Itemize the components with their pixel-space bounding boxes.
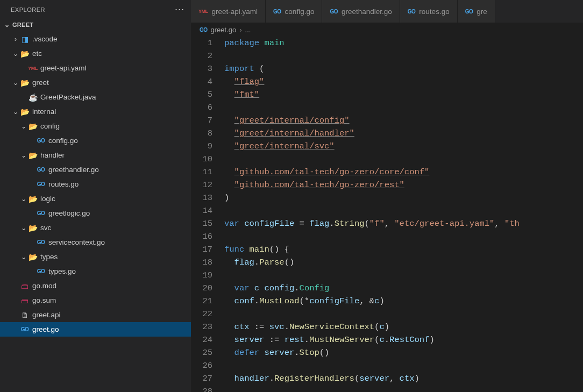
tree-item-label: GreetPacket.java — [40, 93, 96, 101]
tab-3[interactable]: GOroutes.go — [400, 0, 458, 23]
mod-icon: 🗃 — [20, 282, 30, 290]
chevron-down-icon: ⌄ — [19, 152, 28, 159]
tab-bar: YMLgreet-api.yamlGOconfig.goGOgreethandl… — [191, 0, 583, 23]
go-icon: GO — [465, 9, 473, 15]
chevron-down-icon: ⌄ — [19, 195, 28, 203]
tree-item-types-folder[interactable]: ⌄📂types — [0, 250, 191, 264]
tree-item-greetlogic-go[interactable]: GOgreetlogic.go — [0, 206, 191, 220]
go-icon: GO — [36, 268, 46, 274]
explorer-more-icon[interactable]: ··· — [175, 4, 184, 15]
chevron-down-icon: ⌄ — [19, 224, 28, 232]
go-icon: GO — [36, 210, 46, 216]
chevron-down-icon: ⌄ — [19, 123, 28, 130]
code-area: 1234567891011121314151617181920212223242… — [191, 37, 583, 392]
tree-item-greetpacket[interactable]: ☕GreetPacket.java — [0, 90, 191, 104]
line-gutter: 1234567891011121314151617181920212223242… — [191, 37, 224, 392]
chevron-down-icon: ⌄ — [11, 79, 20, 87]
file-tree: ›◨.vscode⌄📂etcYMLgreet-api.yaml⌄📂greet☕G… — [0, 31, 191, 338]
tree-item-servicecontext-go[interactable]: GOservicecontext.go — [0, 235, 191, 250]
tree-item-label: handler — [40, 151, 65, 159]
tree-item-vscode[interactable]: ›◨.vscode — [0, 32, 191, 46]
tree-item-greet-api[interactable]: 🗎greet.api — [0, 308, 191, 322]
tree-item-label: greethandler.go — [48, 166, 99, 174]
tree-item-label: types — [40, 253, 58, 261]
tree-item-handler-folder[interactable]: ⌄📂handler — [0, 148, 191, 162]
tree-item-label: greet.go — [32, 325, 59, 333]
editor-area: YMLgreet-api.yamlGOconfig.goGOgreethandl… — [191, 0, 583, 392]
tree-item-svc-folder[interactable]: ⌄📂svc — [0, 220, 191, 235]
mod-icon: 🗃 — [20, 296, 30, 305]
chevron-down-icon: ⌄ — [3, 21, 11, 28]
go-icon: GO — [36, 138, 46, 144]
tree-item-greet-api-yaml[interactable]: YMLgreet-api.yaml — [0, 61, 191, 75]
explorer-sidebar: EXPLORER ··· ⌄ GREET ›◨.vscode⌄📂etcYMLgr… — [0, 0, 191, 392]
folder-icon: 📂 — [28, 122, 38, 131]
explorer-title: EXPLORER — [11, 6, 45, 13]
chevron-down-icon: ⌄ — [11, 108, 20, 116]
tree-item-label: .vscode — [32, 35, 58, 43]
tree-item-types-go[interactable]: GOtypes.go — [0, 264, 191, 279]
tab-label: gre — [477, 8, 487, 16]
yaml-icon: YML — [28, 66, 38, 71]
go-icon: GO — [36, 181, 46, 187]
chevron-right-icon: › — [239, 26, 241, 34]
tree-item-greet-folder[interactable]: ⌄📂greet — [0, 75, 191, 90]
tab-label: greet-api.yaml — [212, 8, 258, 16]
file-icon: 🗎 — [20, 311, 30, 319]
folder-icon: 📂 — [28, 253, 38, 261]
tree-item-label: etc — [32, 49, 42, 58]
tree-item-greethandler-go[interactable]: GOgreethandler.go — [0, 162, 191, 177]
tree-item-config-folder[interactable]: ⌄📂config — [0, 119, 191, 133]
tree-item-greet-go[interactable]: GOgreet.go — [0, 322, 191, 337]
code-content[interactable]: package main import ( "flag" "fmt" "gree… — [224, 37, 583, 392]
tree-item-label: greet.api — [32, 311, 61, 319]
tree-item-go-mod[interactable]: 🗃go.mod — [0, 279, 191, 293]
folder-icon: 📂 — [28, 224, 38, 232]
chevron-down-icon: ⌄ — [11, 50, 20, 58]
tree-item-label: greetlogic.go — [48, 209, 90, 217]
chevron-down-icon: ⌄ — [19, 253, 28, 261]
tree-item-logic-folder[interactable]: ⌄📂logic — [0, 191, 191, 206]
go-icon: GO — [408, 9, 416, 15]
tree-item-label: svc — [40, 224, 51, 232]
tree-item-label: greet-api.yaml — [40, 64, 87, 72]
go-icon: GO — [200, 27, 208, 33]
folder-icon: 📂 — [28, 151, 38, 160]
tree-item-etc[interactable]: ⌄📂etc — [0, 46, 191, 61]
tree-item-label: go.mod — [32, 282, 56, 290]
tab-1[interactable]: GOconfig.go — [266, 0, 322, 23]
go-icon: GO — [330, 9, 338, 15]
tab-label: routes.go — [419, 8, 449, 16]
tree-item-config-go[interactable]: GOconfig.go — [0, 133, 191, 148]
chevron-right-icon: › — [11, 35, 20, 43]
project-name: GREET — [12, 22, 33, 28]
tree-item-label: go.sum — [32, 296, 56, 304]
folder-icon: 📂 — [20, 79, 30, 87]
folder-icon: 📂 — [20, 49, 30, 58]
tree-item-internal[interactable]: ⌄📂internal — [0, 104, 191, 119]
go-icon: GO — [36, 167, 46, 173]
tree-item-label: types.go — [48, 267, 76, 275]
tab-4[interactable]: GOgre — [458, 0, 495, 23]
tree-item-label: config.go — [48, 137, 78, 145]
explorer-header: EXPLORER ··· — [0, 0, 191, 19]
project-header[interactable]: ⌄ GREET — [0, 19, 191, 31]
go-icon: GO — [273, 9, 281, 15]
java-icon: ☕ — [28, 93, 38, 102]
breadcrumb[interactable]: GO greet.go › ... — [191, 23, 583, 37]
breadcrumb-more: ... — [245, 26, 251, 34]
tree-item-routes-go[interactable]: GOroutes.go — [0, 177, 191, 191]
tree-item-label: logic — [40, 195, 55, 203]
go-icon: GO — [36, 239, 46, 245]
tree-item-label: routes.go — [48, 180, 79, 188]
yaml-icon: YML — [198, 9, 208, 14]
go-icon: GO — [20, 326, 30, 332]
tree-item-label: servicecontext.go — [48, 238, 105, 246]
tab-label: config.go — [285, 8, 315, 16]
tab-2[interactable]: GOgreethandler.go — [322, 0, 400, 23]
folder-icon: 📂 — [28, 195, 38, 203]
tree-item-go-sum[interactable]: 🗃go.sum — [0, 293, 191, 308]
tab-0[interactable]: YMLgreet-api.yaml — [191, 0, 266, 23]
tree-item-label: config — [40, 122, 60, 130]
tree-item-label: internal — [32, 108, 56, 116]
